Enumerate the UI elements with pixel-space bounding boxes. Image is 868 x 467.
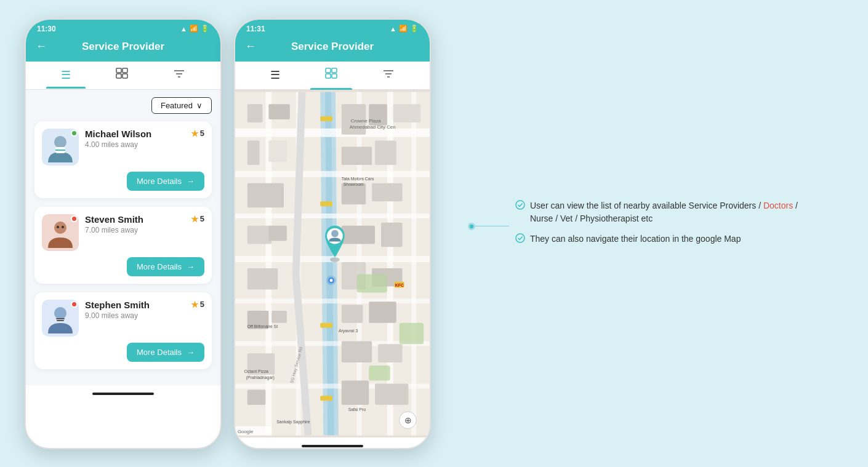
avatar-2 <box>42 214 79 251</box>
page-title-right: Service Provider <box>291 41 374 53</box>
svg-rect-72 <box>320 201 332 206</box>
wifi-icon: 📶 <box>190 25 198 33</box>
back-button-right[interactable]: ← <box>245 40 256 53</box>
tab-list-right[interactable]: ☰ <box>255 62 295 88</box>
provider-info-1: Michael Wilson 4.00 miles away <box>85 129 185 149</box>
svg-rect-22 <box>332 74 337 78</box>
svg-rect-53 <box>393 104 420 122</box>
svg-rect-27 <box>235 128 430 137</box>
tab-grid-left[interactable] <box>101 62 143 89</box>
svg-rect-39 <box>247 104 263 122</box>
svg-rect-71 <box>320 116 332 121</box>
map-svg: Crowne Plaza Ahmedabad City Cen Tata Mot… <box>235 90 430 437</box>
svg-text:Tata Motors Cars: Tata Motors Cars <box>342 176 374 180</box>
svg-rect-56 <box>342 183 366 204</box>
svg-rect-38 <box>411 92 416 435</box>
svg-rect-73 <box>320 322 332 327</box>
rating-3: ★ 5 <box>191 300 204 309</box>
svg-rect-40 <box>268 104 290 119</box>
more-details-label-3: More Details <box>137 348 182 357</box>
svg-rect-50 <box>247 389 266 405</box>
more-details-btn-1[interactable]: More Details → <box>127 172 204 191</box>
svg-rect-69 <box>369 365 390 380</box>
svg-rect-48 <box>271 311 287 323</box>
rating-value-3: 5 <box>200 300 204 309</box>
provider-top-3: Stephen Smith 9.00 miles away ★ 5 <box>42 300 204 337</box>
wifi-icon-r: 📶 <box>399 25 408 33</box>
svg-rect-29 <box>235 214 430 218</box>
doctors-label: Doctors <box>763 201 793 210</box>
page-title-left: Service Provider <box>82 41 164 53</box>
more-details-btn-2[interactable]: More Details → <box>127 257 204 276</box>
status-dot-3 <box>71 301 78 308</box>
arrow-right-icon-1: → <box>187 177 195 186</box>
svg-text:KFC: KFC <box>395 282 404 287</box>
status-dot-1 <box>71 130 78 137</box>
provider-name-3: Stephen Smith <box>85 300 185 310</box>
tab-filter-left[interactable] <box>158 62 200 89</box>
tab-filter-right[interactable] <box>368 62 409 89</box>
list-icon-left: ☰ <box>61 68 71 82</box>
check-icon-1 <box>515 200 525 212</box>
svg-rect-43 <box>247 183 284 207</box>
info-bullet-1: User can view the list of nearby availab… <box>515 199 798 225</box>
provider-card-2: Steven Smith 7.00 miles away ★ 5 More De… <box>34 207 212 284</box>
svg-rect-2 <box>116 74 121 78</box>
provider-distance-2: 7.00 miles away <box>85 226 185 234</box>
filter-icon-left <box>173 68 185 83</box>
svg-rect-0 <box>116 68 121 73</box>
provider-distance-3: 9.00 miles away <box>85 311 185 320</box>
home-indicator-left <box>92 393 154 395</box>
avatar-3 <box>42 300 79 337</box>
svg-rect-55 <box>375 140 396 165</box>
tab-list-left[interactable]: ☰ <box>46 62 86 88</box>
info-text-2: They can also navigate their location in… <box>530 233 741 245</box>
status-bar-right: 11:31 ▲ 📶 🔋 <box>235 20 430 36</box>
grid-icon-right <box>325 68 337 83</box>
svg-rect-70 <box>400 322 424 344</box>
star-icon-3: ★ <box>191 300 199 309</box>
more-details-btn-3[interactable]: More Details → <box>127 343 204 362</box>
rating-value-2: 5 <box>200 214 204 223</box>
app-header-right: ← Service Provider <box>235 36 430 62</box>
filter-icon-right <box>382 68 395 83</box>
svg-rect-18 <box>57 320 64 321</box>
svg-rect-28 <box>235 170 430 177</box>
provider-name-1: Michael Wilson <box>85 129 185 139</box>
svg-rect-1 <box>123 68 127 73</box>
svg-text:Off Billionaire St: Off Billionaire St <box>247 324 278 328</box>
map-view[interactable]: Crowne Plaza Ahmedabad City Cen Tata Mot… <box>235 90 430 437</box>
svg-text:⊕: ⊕ <box>404 415 412 425</box>
svg-rect-74 <box>320 396 332 401</box>
svg-rect-65 <box>378 344 403 362</box>
svg-point-80 <box>330 279 333 282</box>
avatar-1 <box>42 129 79 166</box>
svg-point-16 <box>54 307 66 319</box>
back-button-left[interactable]: ← <box>36 40 47 53</box>
provider-name-2: Steven Smith <box>85 214 185 225</box>
svg-point-12 <box>54 222 66 234</box>
svg-text:Sankalp Sapphire: Sankalp Sapphire <box>276 419 310 424</box>
connector-line <box>475 226 509 227</box>
svg-rect-59 <box>381 222 403 247</box>
svg-rect-3 <box>123 74 127 78</box>
svg-rect-57 <box>372 183 402 201</box>
connector-dot <box>468 223 475 230</box>
svg-text:Showroom: Showroom <box>344 182 364 186</box>
svg-text:Crowne Plaza: Crowne Plaza <box>351 118 382 123</box>
svg-rect-46 <box>247 268 278 289</box>
home-indicator-right <box>302 445 363 447</box>
arrow-right-icon-3: → <box>187 348 195 357</box>
info-bullets-wrap: User can view the list of nearby availab… <box>515 199 798 253</box>
provider-info-2: Steven Smith 7.00 miles away <box>85 214 185 234</box>
provider-card-1: Michael Wilson 4.00 miles away ★ 5 More … <box>34 121 212 198</box>
svg-rect-31 <box>235 298 430 303</box>
featured-dropdown[interactable]: Featured ∨ <box>151 97 212 114</box>
svg-text:Aryavrat 3: Aryavrat 3 <box>339 328 358 333</box>
tab-grid-right[interactable] <box>310 62 352 89</box>
svg-rect-44 <box>247 225 272 244</box>
star-icon-2: ★ <box>191 214 199 224</box>
time-left: 11:30 <box>37 25 56 33</box>
svg-text:Octant Pizza: Octant Pizza <box>244 369 268 373</box>
svg-rect-67 <box>375 383 408 405</box>
